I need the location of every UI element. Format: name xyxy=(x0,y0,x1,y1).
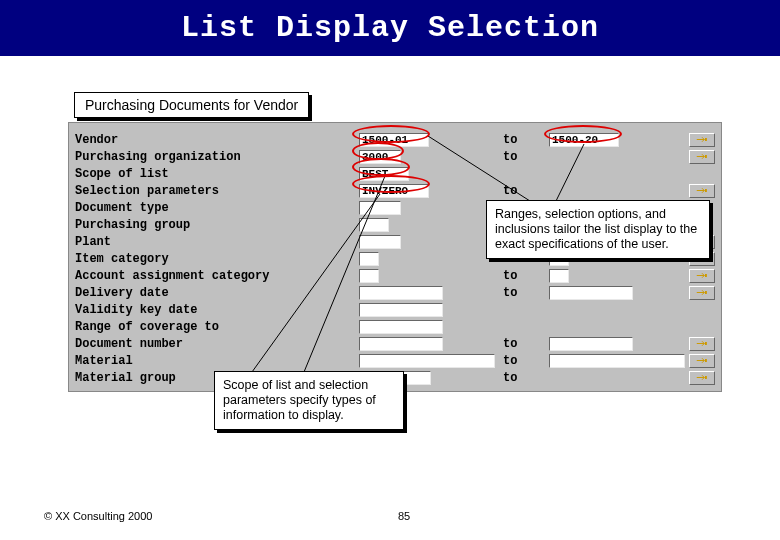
svg-rect-5 xyxy=(705,274,707,277)
svg-rect-2 xyxy=(705,189,707,192)
input-from[interactable]: 3000 xyxy=(359,150,401,164)
form-row: Scope of listBEST xyxy=(69,165,721,182)
multi-select-button[interactable] xyxy=(689,286,715,300)
form-row: Validity key date xyxy=(69,301,721,318)
input-from[interactable]: INVZERO xyxy=(359,184,429,198)
svg-rect-9 xyxy=(705,376,707,379)
input-from[interactable] xyxy=(359,269,379,283)
input-from[interactable] xyxy=(359,303,443,317)
input-from[interactable] xyxy=(359,235,401,249)
field-label: Scope of list xyxy=(75,167,169,181)
title-bar: List Display Selection xyxy=(0,0,780,56)
footer-copyright: © XX Consulting 2000 xyxy=(44,510,152,522)
field-label: Item category xyxy=(75,252,169,266)
form-row: Account assignment categoryto xyxy=(69,267,721,284)
field-label: Document type xyxy=(75,201,169,215)
input-to[interactable] xyxy=(549,337,633,351)
input-from[interactable]: BEST xyxy=(359,167,409,181)
field-label: Purchasing group xyxy=(75,218,190,232)
svg-rect-0 xyxy=(705,138,707,141)
callout-ranges: Ranges, selection options, and inclusion… xyxy=(486,200,710,259)
input-from[interactable] xyxy=(359,252,379,266)
callout-scope: Scope of list and selection parameters s… xyxy=(214,371,404,430)
arrow-right-icon xyxy=(696,356,708,365)
svg-rect-6 xyxy=(705,291,707,294)
form-row: Vendor1500-01to1500-20 xyxy=(69,131,721,148)
to-label: to xyxy=(503,133,517,147)
multi-select-button[interactable] xyxy=(689,354,715,368)
to-label: to xyxy=(503,184,517,198)
field-label: Account assignment category xyxy=(75,269,269,283)
window-title: Purchasing Documents for Vendor xyxy=(74,92,309,118)
input-from[interactable] xyxy=(359,320,443,334)
arrow-right-icon xyxy=(696,288,708,297)
input-to[interactable] xyxy=(549,269,569,283)
form-row: Materialto xyxy=(69,352,721,369)
field-label: Purchasing organization xyxy=(75,150,241,164)
page-title: List Display Selection xyxy=(181,11,599,45)
arrow-right-icon xyxy=(696,152,708,161)
input-to[interactable] xyxy=(549,354,685,368)
svg-rect-1 xyxy=(705,155,707,158)
input-from[interactable] xyxy=(359,201,401,215)
arrow-right-icon xyxy=(696,271,708,280)
field-label: Range of coverage to xyxy=(75,320,219,334)
input-to[interactable]: 1500-20 xyxy=(549,133,619,147)
footer-page-number: 85 xyxy=(398,510,410,522)
field-label: Plant xyxy=(75,235,111,249)
field-label: Delivery date xyxy=(75,286,169,300)
multi-select-button[interactable] xyxy=(689,184,715,198)
form-row: Delivery dateto xyxy=(69,284,721,301)
arrow-right-icon xyxy=(696,373,708,382)
field-label: Document number xyxy=(75,337,183,351)
field-label: Validity key date xyxy=(75,303,197,317)
arrow-right-icon xyxy=(696,135,708,144)
field-label: Material xyxy=(75,354,133,368)
input-from[interactable] xyxy=(359,286,443,300)
svg-rect-7 xyxy=(705,342,707,345)
multi-select-button[interactable] xyxy=(689,133,715,147)
form-row: Document numberto xyxy=(69,335,721,352)
input-from[interactable] xyxy=(359,354,495,368)
to-label: to xyxy=(503,269,517,283)
field-label: Material group xyxy=(75,371,176,385)
multi-select-button[interactable] xyxy=(689,269,715,283)
arrow-right-icon xyxy=(696,339,708,348)
field-label: Vendor xyxy=(75,133,118,147)
input-from[interactable] xyxy=(359,218,389,232)
arrow-right-icon xyxy=(696,186,708,195)
input-from[interactable]: 1500-01 xyxy=(359,133,429,147)
multi-select-button[interactable] xyxy=(689,371,715,385)
input-to[interactable] xyxy=(549,286,633,300)
multi-select-button[interactable] xyxy=(689,150,715,164)
to-label: to xyxy=(503,354,517,368)
to-label: to xyxy=(503,371,517,385)
form-row: Purchasing organization3000to xyxy=(69,148,721,165)
to-label: to xyxy=(503,150,517,164)
input-from[interactable] xyxy=(359,337,443,351)
to-label: to xyxy=(503,286,517,300)
field-label: Selection parameters xyxy=(75,184,219,198)
form-row: Range of coverage to xyxy=(69,318,721,335)
svg-rect-8 xyxy=(705,359,707,362)
to-label: to xyxy=(503,337,517,351)
form-row: Selection parametersINVZEROto xyxy=(69,182,721,199)
callout-text: Ranges, selection options, and inclusion… xyxy=(495,207,697,251)
callout-text: Scope of list and selection parameters s… xyxy=(223,378,376,422)
multi-select-button[interactable] xyxy=(689,337,715,351)
